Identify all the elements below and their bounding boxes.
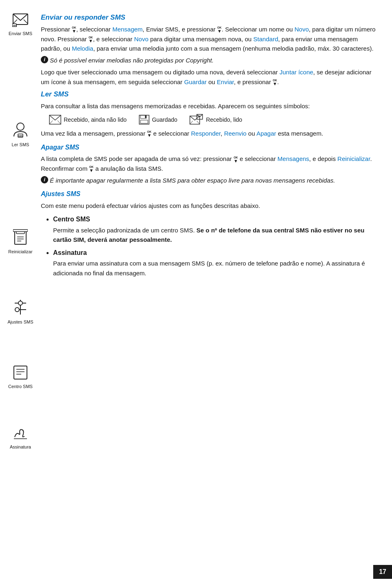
reinicializar-icon xyxy=(13,229,28,248)
svg-rect-31 xyxy=(145,116,147,118)
note-text-1: Só é possível enviar melodias não proteg… xyxy=(50,56,214,65)
svg-rect-28 xyxy=(139,115,149,124)
sidebar-label-ajustes-sms: Ajustes SMS xyxy=(8,319,33,324)
guardar-link: Guardar xyxy=(184,78,207,85)
sidebar-label-centro-sms: Centro SMS xyxy=(8,384,33,389)
reinicializar-link: Reinicializar xyxy=(337,155,370,162)
sidebar-label-assinatura: Assinatura xyxy=(10,444,31,449)
svg-text:SMS: SMS xyxy=(12,25,17,27)
sidebar-label-enviar-sms: Enviar SMS xyxy=(9,31,32,36)
symbols-row: Recebido, ainda não lido Guardado xyxy=(49,114,380,125)
centro-sms-icon xyxy=(13,365,28,383)
sidebar-item-reinicializar: Reinicializar xyxy=(8,229,32,254)
note-apagar: i É importante apagar regularmente a lis… xyxy=(41,176,380,185)
ok-nav-3: OK▼ xyxy=(89,36,93,43)
svg-line-33 xyxy=(190,121,193,124)
ok-nav-2: OK▼ xyxy=(217,26,222,33)
assinatura-icon xyxy=(12,426,29,444)
enviar-link: Enviar xyxy=(217,78,234,85)
centro-sms-p1: Permite a selecção padronizada de um cen… xyxy=(53,225,380,245)
apagar-sms-p1: A lista completa de SMS pode ser apagada… xyxy=(41,154,380,173)
assinatura-p1: Para enviar uma assinatura com a sua men… xyxy=(53,259,380,278)
standard-link: Standard xyxy=(253,36,278,42)
symbol-recebido-lido-label: Recebido, lido xyxy=(206,116,242,125)
svg-point-18 xyxy=(15,308,19,312)
sidebar-item-centro-sms: Centro SMS xyxy=(8,365,33,389)
list-item-centro-sms: Centro SMS Permite a selecção padronizad… xyxy=(53,214,380,244)
sidebar-item-assinatura: Assinatura xyxy=(10,426,31,449)
svg-point-16 xyxy=(18,301,22,305)
svg-rect-13 xyxy=(13,230,28,232)
symbol-recebido-nao-lido: Recebido, ainda não lido xyxy=(49,115,127,125)
sidebar-item-ajustes-sms: Ajustes SMS xyxy=(8,299,33,324)
ler-sms-icon: SMS xyxy=(12,122,29,141)
reenvio-link: Reenvio xyxy=(224,130,247,137)
svg-line-2 xyxy=(24,20,28,24)
svg-line-26 xyxy=(49,121,53,124)
apagar-link-1: Apagar xyxy=(256,130,276,137)
section-ler-sms: Ler SMS Para consultar a lista das mensa… xyxy=(41,89,380,138)
svg-line-1 xyxy=(13,20,17,24)
enviar-sms-title: Enviar ou responder SMS xyxy=(41,12,380,23)
ler-sms-title: Ler SMS xyxy=(41,89,380,100)
feature-list: Centro SMS Permite a selecção padronizad… xyxy=(41,214,380,278)
page: SMS Enviar SMS SMS Ler SMS xyxy=(0,0,392,466)
section-enviar-sms: Enviar ou responder SMS Pressionar OK▼, … xyxy=(41,12,380,87)
mensagens-link: Mensagens xyxy=(278,155,310,162)
assinatura-bullet-title: Assinatura xyxy=(53,248,380,258)
novo-link-1: Novo xyxy=(294,26,309,33)
svg-rect-19 xyxy=(14,366,27,379)
sidebar-label-ler-sms: Ler SMS xyxy=(12,142,29,147)
svg-rect-23 xyxy=(16,367,25,368)
main-content: Enviar ou responder SMS Pressionar OK▼, … xyxy=(41,12,392,453)
apagar-sms-title: Apagar SMS xyxy=(41,143,380,153)
ok-nav-4: OK▼ xyxy=(273,79,277,86)
svg-rect-30 xyxy=(140,120,148,123)
enviar-sms-p1: Pressionar OK▼, seleccionar Mensagem, En… xyxy=(41,25,380,53)
ajustes-sms-title: Ajustes SMS xyxy=(41,189,380,199)
ajustes-sms-p1: Com este menu poderá efectuar vários aju… xyxy=(41,201,380,210)
ajustes-sms-icon xyxy=(13,299,28,319)
symbol-recebido-nao-lido-label: Recebido, ainda não lido xyxy=(64,116,127,125)
section-ajustes-sms: Ajustes SMS Com este menu poderá efectua… xyxy=(41,189,380,210)
juntar-icone-link: Juntar ícone xyxy=(280,69,314,76)
symbol-guardado-label: Guardado xyxy=(152,116,177,125)
ok-nav-7: OK▼ xyxy=(89,165,94,173)
guardado-icon xyxy=(139,115,149,125)
ler-sms-p1: Para consultar a lista das mensagens mem… xyxy=(41,101,380,111)
symbol-recebido-lido: Recebido, lido xyxy=(189,114,242,125)
recebido-lido-icon xyxy=(189,114,203,125)
note-icon-2: i xyxy=(41,176,48,183)
svg-line-34 xyxy=(197,121,200,124)
recebido-nao-lido-icon xyxy=(49,115,61,125)
melodia-link: Melodia xyxy=(72,45,94,52)
sidebar-label-reinicializar: Reinicializar xyxy=(8,249,32,254)
note-text-2: É importante apagar regularmente a lista… xyxy=(50,176,335,185)
enviar-sms-icon: SMS xyxy=(12,12,29,30)
list-item-assinatura: Assinatura Para enviar uma assinatura co… xyxy=(53,248,380,278)
svg-point-5 xyxy=(17,123,24,130)
svg-text:SMS: SMS xyxy=(18,135,23,137)
centro-sms-bullet-title: Centro SMS xyxy=(53,214,380,225)
note-copyright: i Só é possível enviar melodias não prot… xyxy=(41,56,380,65)
svg-line-27 xyxy=(58,121,61,124)
sidebar-item-ler-sms: SMS Ler SMS xyxy=(12,122,29,147)
symbol-guardado: Guardado xyxy=(139,115,177,125)
enviar-sms-p3: Logo que tiver seleccionado uma mensagem… xyxy=(41,67,380,87)
mensagem-link: Mensagem xyxy=(112,26,143,33)
page-number: 17 xyxy=(373,565,392,579)
sidebar-item-enviar-sms: SMS Enviar SMS xyxy=(9,12,32,36)
sidebar: SMS Enviar SMS SMS Ler SMS xyxy=(0,12,41,453)
ok-nav-6: OK▼ xyxy=(234,156,238,163)
ok-nav-5: OK▼ xyxy=(147,130,151,138)
note-icon-1: i xyxy=(41,56,48,63)
ler-sms-p2: Uma vez lida a mensagem, pressionar OK▼ … xyxy=(41,129,380,138)
ok-nav-1: OK▼ xyxy=(72,26,76,33)
responder-link: Responder xyxy=(191,130,221,137)
novo-link-2: Novo xyxy=(134,36,149,42)
section-apagar-sms: Apagar SMS A lista completa de SMS pode … xyxy=(41,143,380,185)
